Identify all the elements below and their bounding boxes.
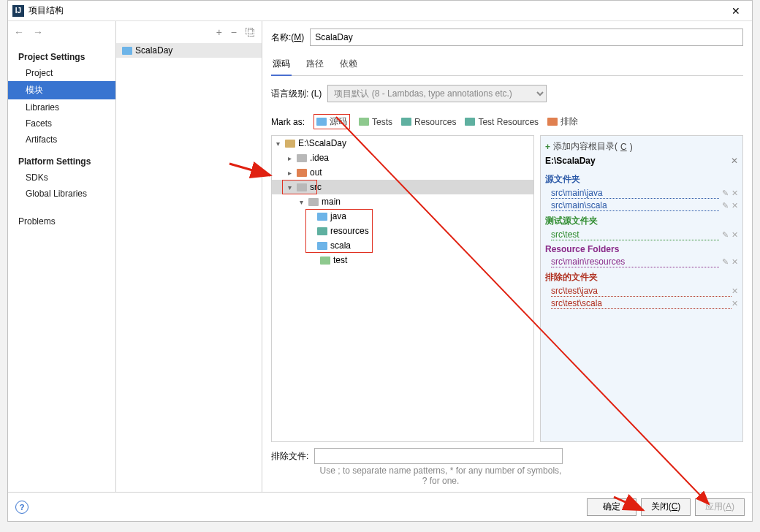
nav-facets[interactable]: Facets	[8, 115, 115, 132]
test-source-folder-item[interactable]: src\test✎✕	[545, 229, 738, 241]
folder-icon	[317, 213, 327, 221]
ok-button[interactable]: 确定	[587, 498, 636, 516]
source-folders-header: 源文件夹	[545, 170, 738, 187]
tree-test[interactable]: test	[333, 255, 347, 265]
window-close-button[interactable]: ✕	[724, 5, 748, 17]
module-name-input[interactable]	[310, 28, 743, 46]
remove-icon[interactable]: ✕	[732, 299, 738, 308]
nav-problems[interactable]: Problems	[8, 213, 115, 229]
folder-teal-icon	[465, 118, 475, 126]
edit-icon[interactable]: ✎	[722, 189, 729, 198]
titlebar: IJ 项目结构 ✕	[8, 1, 752, 21]
chevron-down-icon[interactable]: ▾	[285, 183, 294, 191]
language-level-row: 语言级别: (L) 项目默认 (8 - Lambdas, type annota…	[271, 76, 743, 111]
tree-out[interactable]: out	[310, 167, 322, 178]
nav-modules[interactable]: 模块	[8, 81, 115, 99]
help-button[interactable]: ?	[15, 501, 28, 514]
tree-java[interactable]: java	[330, 211, 346, 221]
nav-artifacts[interactable]: Artifacts	[8, 132, 115, 148]
source-tree[interactable]: ▾E:\ScalaDay ▸.idea ▸out ▾src ▾main java…	[271, 135, 534, 442]
module-list: ScalaDay	[116, 43, 262, 492]
tab-dependencies[interactable]: 依赖	[338, 53, 359, 75]
chevron-right-icon[interactable]: ▸	[285, 154, 294, 162]
language-level-select[interactable]: 项目默认 (8 - Lambdas, type annotations etc.…	[327, 85, 547, 102]
exclude-files-label: 排除文件:	[271, 450, 308, 463]
mark-resources-button[interactable]: Resources	[401, 117, 456, 127]
remove-icon[interactable]: ✕	[732, 230, 738, 240]
tree-resources[interactable]: resources	[330, 226, 369, 236]
remove-icon[interactable]: ✕	[732, 201, 738, 210]
tree-idea[interactable]: .idea	[310, 153, 329, 163]
name-label: 名称:(M)	[271, 31, 304, 44]
folder-icon	[285, 140, 295, 148]
chevron-right-icon[interactable]: ▸	[285, 169, 294, 177]
module-item-label: ScalaDay	[135, 45, 172, 56]
excluded-folders-header: 排除的文件夹	[545, 268, 738, 285]
chevron-down-icon[interactable]: ▾	[297, 198, 305, 206]
nav-libraries[interactable]: Libraries	[8, 99, 115, 115]
mark-sources-button[interactable]: 源码	[314, 114, 350, 129]
folder-icon	[297, 169, 307, 177]
left-nav: Project Settings Project 模块 Libraries Fa…	[8, 43, 115, 492]
tree-scala[interactable]: scala	[330, 240, 351, 251]
nav-forward-button[interactable]: →	[33, 26, 43, 38]
source-folder-item[interactable]: src\main\java✎✕	[545, 187, 738, 200]
content-roots-panel: +添加内容根目录(C) E:\ScalaDay✕ 源文件夹 src\main\j…	[540, 135, 743, 442]
remove-icon[interactable]: ✕	[732, 286, 738, 296]
resource-folder-item[interactable]: src\main\resources✎✕	[545, 256, 738, 268]
folder-icon	[297, 183, 307, 191]
module-detail: 名称:(M) 源码 路径 依赖 语言级别: (L) 项目默认 (8 - Lamb…	[262, 21, 752, 492]
exclude-files-input[interactable]	[314, 448, 563, 464]
mark-test-resources-button[interactable]: Test Resources	[465, 117, 539, 127]
tree-root[interactable]: E:\ScalaDay	[298, 138, 346, 148]
tree-main[interactable]: main	[322, 197, 341, 207]
project-structure-dialog: IJ 项目结构 ✕ ← → Project Settings Project 模…	[7, 0, 753, 522]
module-list-column: + − ⿻ ScalaDay	[116, 21, 262, 492]
excluded-folder-item[interactable]: src\test\java✕	[545, 285, 738, 297]
edit-icon[interactable]: ✎	[722, 257, 729, 267]
content-root-path[interactable]: E:\ScalaDay✕	[545, 154, 738, 170]
edit-icon[interactable]: ✎	[722, 201, 729, 210]
test-source-folders-header: 测试源文件夹	[545, 212, 738, 229]
window-title: 项目结构	[28, 4, 724, 17]
nav-project[interactable]: Project	[8, 65, 115, 81]
tab-sources[interactable]: 源码	[271, 53, 292, 76]
edit-icon[interactable]: ✎	[722, 230, 729, 240]
module-icon	[122, 47, 132, 55]
plus-icon: +	[545, 142, 550, 152]
tab-paths[interactable]: 路径	[305, 53, 325, 75]
add-content-root[interactable]: +添加内容根目录(C)	[545, 139, 738, 154]
mark-tests-button[interactable]: Tests	[359, 117, 392, 127]
source-folder-item[interactable]: src\main\scala✎✕	[545, 200, 738, 212]
excluded-folder-item[interactable]: src\test\scala✕	[545, 297, 738, 310]
nav-back-button[interactable]: ←	[14, 26, 24, 38]
mark-excluded-button[interactable]: 排除	[547, 115, 578, 128]
copy-module-button[interactable]: ⿻	[246, 26, 256, 38]
apply-button[interactable]: 应用(A)	[695, 498, 745, 516]
remove-icon[interactable]: ✕	[732, 257, 738, 267]
chevron-down-icon[interactable]: ▾	[273, 140, 282, 148]
left-nav-toolbar: ← →	[8, 21, 115, 43]
dialog-body: ← → Project Settings Project 模块 Librarie…	[8, 21, 752, 492]
add-module-button[interactable]: +	[216, 26, 222, 38]
module-item-scaladay[interactable]: ScalaDay	[116, 43, 262, 58]
tree-src[interactable]: src	[310, 182, 322, 192]
folder-icon	[317, 227, 327, 235]
folder-blue-icon	[316, 118, 327, 126]
close-button[interactable]: 关闭(C)	[641, 498, 691, 516]
project-settings-header: Project Settings	[8, 49, 115, 65]
platform-settings-header: Platform Settings	[8, 153, 115, 170]
folder-icon	[320, 256, 330, 265]
exclude-files-hint: Use ; to separate name patterns, * for a…	[316, 466, 565, 486]
folder-icon	[317, 242, 327, 250]
remove-icon[interactable]: ✕	[732, 189, 738, 198]
folder-orange-icon	[547, 118, 558, 126]
nav-global-libraries[interactable]: Global Libraries	[8, 186, 115, 202]
remove-root-icon[interactable]: ✕	[731, 156, 738, 166]
module-tabs: 源码 路径 依赖	[271, 53, 743, 76]
folder-teal-icon	[401, 118, 411, 126]
remove-module-button[interactable]: −	[231, 26, 237, 38]
content-tree-row: ▾E:\ScalaDay ▸.idea ▸out ▾src ▾main java…	[271, 135, 743, 442]
nav-sdks[interactable]: SDKs	[8, 170, 115, 186]
app-icon: IJ	[12, 5, 24, 17]
